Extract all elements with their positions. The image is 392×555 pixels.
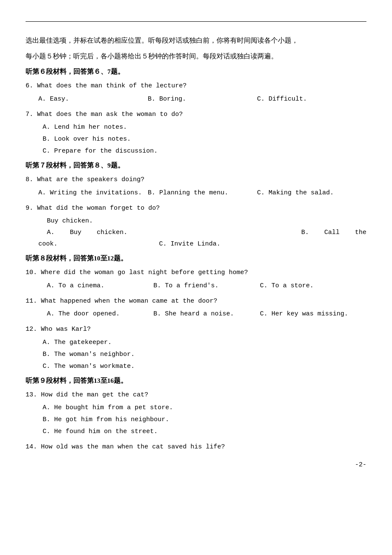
q9-option-c: C. Invite Linda. xyxy=(159,238,366,250)
q6-option-c: C. Difficult. xyxy=(257,93,366,105)
q10-option-c: C. To a store. xyxy=(260,280,366,292)
q12-options: A. The gatekeeper. B. The woman's neighb… xyxy=(43,337,366,372)
q6-text: 6. What does the man think of the lectur… xyxy=(26,81,366,92)
q8-option-a: A. Writing the invitations. xyxy=(38,187,148,199)
q9-options: Buy chicken. xyxy=(26,215,366,227)
intro-line1: 选出最佳选项，并标在试卷的相应位置。听每段对话或独白前，你将有时间阅读各个小题， xyxy=(26,34,366,48)
q11-option-a: A. The door opened. xyxy=(47,308,153,320)
q13-option-c: C. He found him on the street. xyxy=(43,426,366,437)
q12-text: 12. Who was Karl? xyxy=(26,324,366,335)
question-7: 7. What does the man ask the woman to do… xyxy=(26,109,366,157)
q12-option-a: A. The gatekeeper. xyxy=(43,337,366,348)
q9-cook-row: cook. C. Invite Linda. xyxy=(38,238,366,250)
q9-bc-row: A. Buy chicken. B. Call the xyxy=(47,227,366,238)
q7-option-b: B. Look over his notes. xyxy=(43,133,366,145)
q6-option-a: A. Easy. xyxy=(38,93,148,105)
section4-title: 听第９段材料，回答第13至16题。 xyxy=(26,376,366,385)
q9-option-b-full: B. Call the xyxy=(228,227,366,238)
question-8: 8. What are the speakers doing? A. Writi… xyxy=(26,174,366,199)
section1-title: 听第６段材料，回答第６、7题。 xyxy=(26,67,366,76)
q11-option-b: B. She heard a noise. xyxy=(153,308,260,320)
q9-option-a: Buy chicken. xyxy=(47,215,225,227)
q12-option-c: C. The woman's workmate. xyxy=(43,361,366,372)
q11-option-c: C. Her key was missing. xyxy=(260,308,366,320)
q8-option-c: C. Making the salad. xyxy=(257,187,366,199)
q6-options: A. Easy. B. Boring. C. Difficult. xyxy=(38,93,366,105)
q7-option-c: C. Prepare for the discussion. xyxy=(43,145,366,157)
section2-title: 听第７段材料，回答第８、9题。 xyxy=(26,161,366,170)
question-6: 6. What does the man think of the lectur… xyxy=(26,81,366,105)
q12-option-b: B. The woman's neighbor. xyxy=(43,349,366,360)
q7-text: 7. What does the man ask the woman to do… xyxy=(26,109,366,120)
q10-option-b: B. To a friend's. xyxy=(153,280,260,292)
q9-text: 9. What did the woman forget to do? xyxy=(26,203,366,214)
question-12: 12. Who was Karl? A. The gatekeeper. B. … xyxy=(26,324,366,372)
q8-text: 8. What are the speakers doing? xyxy=(26,174,366,185)
q8-option-b: B. Planning the menu. xyxy=(148,187,257,199)
question-14: 14. How old was the man when the cat sav… xyxy=(26,442,366,453)
q7-option-a: A. Lend him her notes. xyxy=(43,121,366,133)
question-13: 13. How did the man get the cat? A. He b… xyxy=(26,390,366,438)
q10-option-a: A. To a cinema. xyxy=(47,280,153,292)
q7-options: A. Lend him her notes. B. Look over his … xyxy=(43,121,366,157)
q13-option-a: A. He bought him from a pet store. xyxy=(43,402,366,413)
q8-options: A. Writing the invitations. B. Planning … xyxy=(38,187,366,199)
q9-cook: cook. xyxy=(38,238,142,250)
section3-title: 听第８段材料，回答第10至12题。 xyxy=(26,254,366,263)
question-11: 11. What happened when the woman came at… xyxy=(26,296,366,320)
q10-options: A. To a cinema. B. To a friend's. C. To … xyxy=(47,280,366,292)
top-divider xyxy=(26,21,366,22)
q10-text: 10. Where did the woman go last night be… xyxy=(26,267,366,278)
q9-option-a-full: A. Buy chicken. xyxy=(47,227,228,238)
q13-options: A. He bought him from a pet store. B. He… xyxy=(43,402,366,437)
q13-option-b: B. He got him from his neighbour. xyxy=(43,414,366,425)
question-9: 9. What did the woman forget to do? Buy … xyxy=(26,203,366,250)
q11-text: 11. What happened when the woman came at… xyxy=(26,296,366,307)
q9-option-b-label xyxy=(225,215,366,227)
q11-options: A. The door opened. B. She heard a noise… xyxy=(47,308,366,320)
q13-text: 13. How did the man get the cat? xyxy=(26,390,366,401)
question-10: 10. Where did the woman go last night be… xyxy=(26,267,366,292)
q14-text: 14. How old was the man when the cat sav… xyxy=(26,442,366,453)
page-number: -2- xyxy=(26,461,366,468)
intro-line2: 每小题５秒钟；听完后，各小题将给出５秒钟的作答时间。每段对话或独白读两遍。 xyxy=(26,49,366,64)
q6-option-b: B. Boring. xyxy=(148,93,257,105)
